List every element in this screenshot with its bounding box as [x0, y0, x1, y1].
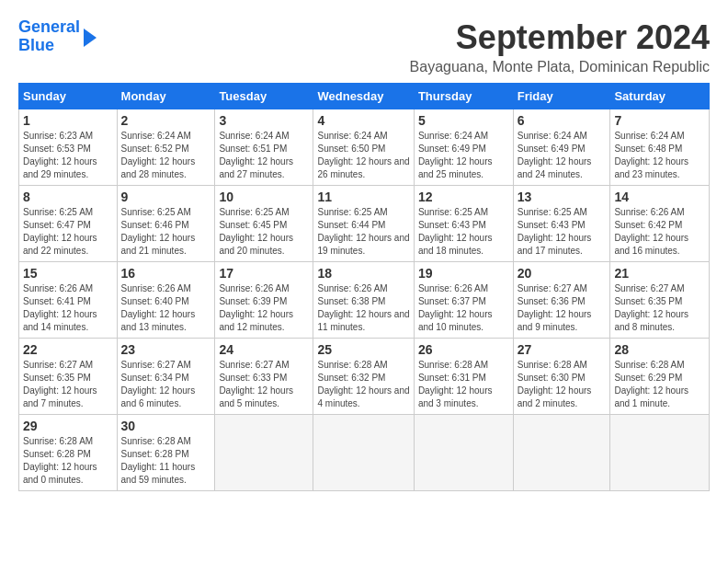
day-detail: Sunrise: 6:28 AMSunset: 6:32 PMDaylight:…: [317, 359, 409, 410]
calendar-week-row: 22 Sunrise: 6:27 AMSunset: 6:35 PMDaylig…: [19, 339, 710, 415]
day-number: 20: [518, 266, 607, 281]
calendar-week-row: 8 Sunrise: 6:25 AMSunset: 6:47 PMDayligh…: [19, 186, 710, 262]
day-detail: Sunrise: 6:28 AMSunset: 6:30 PMDaylight:…: [518, 359, 607, 410]
day-number: 28: [614, 342, 705, 357]
table-row: 6 Sunrise: 6:24 AMSunset: 6:49 PMDayligh…: [513, 109, 610, 186]
col-friday: Friday: [513, 84, 610, 109]
day-detail: Sunrise: 6:25 AMSunset: 6:46 PMDaylight:…: [121, 206, 211, 258]
day-number: 8: [23, 190, 113, 204]
day-detail: Sunrise: 6:25 AMSunset: 6:44 PMDaylight:…: [317, 206, 409, 258]
calendar-header-row: Sunday Monday Tuesday Wednesday Thursday…: [19, 84, 710, 109]
table-row: 10 Sunrise: 6:25 AMSunset: 6:45 PMDaylig…: [215, 186, 313, 262]
day-number: 5: [418, 113, 509, 128]
day-number: 24: [219, 342, 309, 357]
day-detail: Sunrise: 6:24 AMSunset: 6:50 PMDaylight:…: [317, 130, 409, 181]
header: General Blue September 2024 Bayaguana, M…: [18, 18, 710, 75]
day-number: 2: [121, 113, 211, 128]
table-row: 17 Sunrise: 6:26 AMSunset: 6:39 PMDaylig…: [215, 262, 313, 339]
table-row: [610, 415, 710, 491]
table-row: 18 Sunrise: 6:26 AMSunset: 6:38 PMDaylig…: [313, 262, 414, 339]
calendar-week-row: 29 Sunrise: 6:28 AMSunset: 6:28 PMDaylig…: [19, 415, 710, 491]
logo-blue: Blue: [18, 37, 80, 55]
day-number: 18: [317, 266, 409, 281]
table-row: [215, 415, 313, 491]
day-number: 25: [317, 342, 409, 357]
logo-blue-text: Blue: [18, 36, 54, 54]
day-detail: Sunrise: 6:24 AMSunset: 6:49 PMDaylight:…: [418, 130, 509, 181]
table-row: 23 Sunrise: 6:27 AMSunset: 6:34 PMDaylig…: [117, 339, 215, 415]
table-row: 9 Sunrise: 6:25 AMSunset: 6:46 PMDayligh…: [117, 186, 215, 262]
day-number: 15: [23, 266, 113, 281]
day-number: 14: [614, 190, 705, 204]
day-number: 12: [418, 190, 509, 204]
day-number: 26: [418, 342, 509, 357]
table-row: 3 Sunrise: 6:24 AMSunset: 6:51 PMDayligh…: [215, 109, 313, 186]
calendar-week-row: 1 Sunrise: 6:23 AMSunset: 6:53 PMDayligh…: [19, 109, 710, 186]
col-saturday: Saturday: [610, 84, 710, 109]
table-row: 16 Sunrise: 6:26 AMSunset: 6:40 PMDaylig…: [117, 262, 215, 339]
day-number: 19: [418, 266, 509, 281]
day-detail: Sunrise: 6:28 AMSunset: 6:28 PMDaylight:…: [121, 435, 211, 487]
table-row: [414, 415, 513, 491]
day-detail: Sunrise: 6:23 AMSunset: 6:53 PMDaylight:…: [23, 130, 113, 181]
day-detail: Sunrise: 6:25 AMSunset: 6:43 PMDaylight:…: [418, 206, 509, 258]
day-detail: Sunrise: 6:26 AMSunset: 6:37 PMDaylight:…: [418, 282, 509, 334]
table-row: 13 Sunrise: 6:25 AMSunset: 6:43 PMDaylig…: [513, 186, 610, 262]
col-sunday: Sunday: [19, 84, 118, 109]
day-detail: Sunrise: 6:26 AMSunset: 6:41 PMDaylight:…: [23, 282, 113, 334]
day-number: 22: [23, 342, 113, 357]
calendar-week-row: 15 Sunrise: 6:26 AMSunset: 6:41 PMDaylig…: [19, 262, 710, 339]
table-row: 2 Sunrise: 6:24 AMSunset: 6:52 PMDayligh…: [117, 109, 215, 186]
day-number: 9: [121, 190, 211, 204]
logo-general: General: [18, 17, 80, 36]
day-detail: Sunrise: 6:27 AMSunset: 6:33 PMDaylight:…: [219, 359, 309, 410]
day-number: 7: [614, 113, 705, 128]
day-number: 30: [121, 419, 211, 433]
table-row: 15 Sunrise: 6:26 AMSunset: 6:41 PMDaylig…: [19, 262, 118, 339]
col-monday: Monday: [117, 84, 215, 109]
day-detail: Sunrise: 6:26 AMSunset: 6:38 PMDaylight:…: [317, 282, 409, 334]
day-detail: Sunrise: 6:28 AMSunset: 6:29 PMDaylight:…: [614, 359, 705, 410]
table-row: 22 Sunrise: 6:27 AMSunset: 6:35 PMDaylig…: [19, 339, 118, 415]
day-detail: Sunrise: 6:26 AMSunset: 6:39 PMDaylight:…: [219, 282, 309, 334]
day-detail: Sunrise: 6:27 AMSunset: 6:35 PMDaylight:…: [23, 359, 113, 410]
table-row: 27 Sunrise: 6:28 AMSunset: 6:30 PMDaylig…: [513, 339, 610, 415]
table-row: [513, 415, 610, 491]
day-detail: Sunrise: 6:25 AMSunset: 6:43 PMDaylight:…: [518, 206, 607, 258]
col-wednesday: Wednesday: [313, 84, 414, 109]
table-row: 24 Sunrise: 6:27 AMSunset: 6:33 PMDaylig…: [215, 339, 313, 415]
table-row: 20 Sunrise: 6:27 AMSunset: 6:36 PMDaylig…: [513, 262, 610, 339]
table-row: 14 Sunrise: 6:26 AMSunset: 6:42 PMDaylig…: [610, 186, 710, 262]
calendar-title: September 2024: [410, 18, 710, 57]
day-detail: Sunrise: 6:26 AMSunset: 6:42 PMDaylight:…: [614, 206, 705, 258]
day-number: 4: [317, 113, 409, 128]
col-tuesday: Tuesday: [215, 84, 313, 109]
day-number: 29: [23, 419, 113, 433]
day-detail: Sunrise: 6:27 AMSunset: 6:34 PMDaylight:…: [121, 359, 211, 410]
table-row: 5 Sunrise: 6:24 AMSunset: 6:49 PMDayligh…: [414, 109, 513, 186]
day-number: 10: [219, 190, 309, 204]
day-number: 6: [518, 113, 607, 128]
day-number: 3: [219, 113, 309, 128]
table-row: 12 Sunrise: 6:25 AMSunset: 6:43 PMDaylig…: [414, 186, 513, 262]
table-row: 25 Sunrise: 6:28 AMSunset: 6:32 PMDaylig…: [313, 339, 414, 415]
day-number: 13: [518, 190, 607, 204]
table-row: 4 Sunrise: 6:24 AMSunset: 6:50 PMDayligh…: [313, 109, 414, 186]
day-detail: Sunrise: 6:24 AMSunset: 6:49 PMDaylight:…: [518, 130, 607, 181]
table-row: 19 Sunrise: 6:26 AMSunset: 6:37 PMDaylig…: [414, 262, 513, 339]
day-number: 17: [219, 266, 309, 281]
logo-arrow-icon: [84, 29, 97, 47]
table-row: 8 Sunrise: 6:25 AMSunset: 6:47 PMDayligh…: [19, 186, 118, 262]
day-number: 21: [614, 266, 705, 281]
table-row: 26 Sunrise: 6:28 AMSunset: 6:31 PMDaylig…: [414, 339, 513, 415]
day-detail: Sunrise: 6:28 AMSunset: 6:31 PMDaylight:…: [418, 359, 509, 410]
day-detail: Sunrise: 6:25 AMSunset: 6:45 PMDaylight:…: [219, 206, 309, 258]
table-row: 7 Sunrise: 6:24 AMSunset: 6:48 PMDayligh…: [610, 109, 710, 186]
day-detail: Sunrise: 6:27 AMSunset: 6:35 PMDaylight:…: [614, 282, 705, 334]
day-number: 16: [121, 266, 211, 281]
day-detail: Sunrise: 6:24 AMSunset: 6:52 PMDaylight:…: [121, 130, 211, 181]
title-section: September 2024 Bayaguana, Monte Plata, D…: [410, 18, 710, 75]
day-detail: Sunrise: 6:26 AMSunset: 6:40 PMDaylight:…: [121, 282, 211, 334]
table-row: 29 Sunrise: 6:28 AMSunset: 6:28 PMDaylig…: [19, 415, 118, 491]
table-row: 28 Sunrise: 6:28 AMSunset: 6:29 PMDaylig…: [610, 339, 710, 415]
